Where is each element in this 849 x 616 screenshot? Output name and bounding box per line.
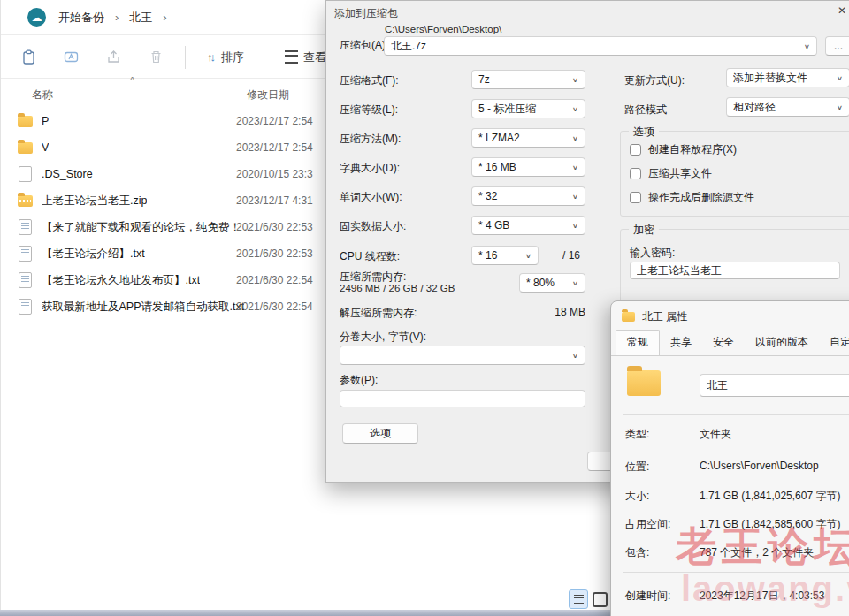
checkbox-create-sfx[interactable]: 创建自释放程序(X)	[630, 142, 737, 157]
checkbox-delete-after[interactable]: 操作完成后删除源文件	[630, 190, 754, 205]
chevron-down-icon: ∨	[572, 134, 578, 141]
divider	[623, 414, 849, 415]
file-date: 2021/6/30 22:53	[236, 221, 313, 233]
memory-percent-value: * 80%	[526, 277, 572, 289]
paste-button[interactable]	[13, 44, 43, 71]
chevron-down-icon: ∨	[572, 222, 578, 229]
file-row[interactable]: 【老王论坛永久地址发布页】.txt 2021/6/30 22:54	[1, 267, 337, 293]
archive-name-value: 北王.7z	[391, 39, 804, 54]
level-combo[interactable]: 5 - 标准压缩 ∨	[471, 99, 585, 118]
solid-size-combo[interactable]: * 4 GB ∨	[471, 216, 585, 235]
view-label: 查看	[303, 49, 326, 65]
column-header-date[interactable]: 修改日期	[247, 87, 289, 103]
file-date: 2020/10/15 23:3	[236, 168, 313, 180]
file-row[interactable]: 【老王论坛介绍】.txt 2021/6/30 22:53	[1, 240, 337, 267]
onedrive-cloud-icon[interactable]: ☁	[27, 8, 46, 27]
location-label: 位置:	[625, 460, 649, 475]
chevron-right-icon: ›	[115, 11, 119, 24]
word-size-value: * 32	[478, 190, 572, 202]
file-row[interactable]: P 2023/12/17 2:54	[1, 108, 337, 134]
file-date: 2023/12/17 2:54	[236, 141, 313, 154]
share-button[interactable]	[98, 44, 128, 71]
method-combo[interactable]: * LZMA2 ∨	[471, 128, 585, 148]
sort-button[interactable]: ↑↓ 排序	[207, 49, 244, 65]
type-label: 类型:	[625, 427, 649, 442]
tab-sharing[interactable]: 共享	[660, 331, 702, 355]
update-mode-value: 添加并替换文件	[733, 71, 837, 86]
checkbox-shared-files[interactable]: 压缩共享文件	[630, 166, 712, 181]
file-row[interactable]: .DS_Store 2020/10/15 23:3	[1, 161, 337, 187]
browse-label: ...	[834, 40, 843, 52]
type-value: 文件夹	[700, 427, 731, 442]
status-bar-view-toggles	[569, 589, 608, 609]
list-view-icon	[574, 595, 584, 604]
tab-security[interactable]: 安全	[702, 331, 745, 355]
created-label: 创建时间:	[625, 589, 670, 604]
tab-customize[interactable]: 自定义	[819, 331, 849, 355]
column-header-name[interactable]: 名称	[32, 87, 53, 103]
rename-icon	[63, 49, 80, 65]
encryption-group-title: 加密	[629, 223, 659, 238]
file-list: P 2023/12/17 2:54 V 2023/12/17 2:54 .DS_…	[1, 108, 337, 320]
path-mode-combo[interactable]: 相对路径 ∨	[726, 97, 849, 117]
checkbox-icon	[630, 144, 641, 156]
archive-name-combo[interactable]: 北王.7z ∨	[384, 36, 817, 56]
chevron-down-icon: ∨	[572, 279, 578, 286]
method-value: * LZMA2	[478, 132, 572, 144]
size-value: 1.71 GB (1,841,025,607 字节)	[700, 489, 840, 504]
dictionary-combo[interactable]: * 16 MB ∨	[471, 157, 585, 177]
tab-general[interactable]: 常规	[616, 330, 660, 356]
update-mode-combo[interactable]: 添加并替换文件 ∨	[726, 68, 849, 87]
folder-name-input[interactable]	[700, 374, 849, 397]
word-size-label: 单词大小(W):	[340, 190, 402, 205]
volume-size-label: 分卷大小, 字节(V):	[340, 330, 426, 345]
folder-icon	[18, 116, 33, 127]
parameters-input[interactable]	[340, 390, 585, 407]
volume-size-combo[interactable]: ∨	[340, 346, 585, 365]
share-icon	[105, 49, 122, 65]
options-button-label: 选项	[370, 426, 391, 441]
update-mode-label: 更新方式(U):	[624, 73, 685, 88]
rename-button[interactable]	[56, 44, 86, 71]
breadcrumb-item-folder[interactable]: 北王	[129, 10, 152, 26]
parameters-label: 参数(P):	[340, 373, 378, 388]
chevron-down-icon: ∨	[525, 252, 532, 259]
file-row[interactable]: 获取最新地址及APP请发邮箱自动获取.txt 2021/6/30 22:54	[1, 293, 337, 320]
cpu-threads-combo[interactable]: * 16 ∨	[471, 246, 539, 265]
format-value: 7z	[478, 73, 572, 86]
password-input[interactable]	[630, 262, 840, 279]
cloud-glyph: ☁	[32, 11, 42, 24]
decompress-memory-value: 18 MB	[503, 306, 585, 318]
file-date: 2021/6/30 22:54	[236, 274, 313, 286]
options-button[interactable]: 选项	[342, 423, 418, 444]
text-file-icon	[19, 299, 32, 315]
tab-previous-versions[interactable]: 以前的版本	[745, 331, 819, 355]
properties-titlebar: 北王 属性	[611, 301, 849, 331]
delete-button[interactable]	[141, 44, 171, 71]
word-size-combo[interactable]: * 32 ∨	[471, 186, 585, 206]
browse-button[interactable]: ...	[825, 36, 849, 56]
column-headers: ^ 名称 修改日期	[1, 83, 326, 106]
trash-icon	[148, 49, 164, 65]
details-view-toggle[interactable]	[569, 589, 588, 609]
breadcrumb-item-backup[interactable]: 开始备份	[58, 10, 104, 26]
sort-arrows-icon: ↑↓	[207, 50, 216, 64]
format-combo[interactable]: 7z ∨	[471, 70, 585, 89]
view-button[interactable]: 查看	[285, 49, 326, 65]
cpu-threads-value: * 16	[478, 249, 525, 262]
password-label: 输入密码:	[630, 246, 675, 261]
folder-icon	[18, 142, 33, 154]
chevron-down-icon: ∨	[572, 352, 578, 359]
file-row[interactable]: 【来了就能下载和观看的论坛，纯免费！ ... 2021/6/30 22:53	[1, 214, 337, 240]
file-row[interactable]: 上老王论坛当老王.zip 2023/12/17 4:31	[1, 187, 337, 214]
view-icon	[285, 50, 298, 64]
text-file-icon	[19, 219, 32, 235]
thumbnail-view-toggle[interactable]	[593, 592, 608, 607]
text-file-icon	[19, 246, 32, 262]
memory-percent-combo[interactable]: * 80% ∨	[519, 273, 585, 293]
file-name: 【来了就能下载和观看的论坛，纯免费！ ...	[42, 220, 253, 235]
file-row[interactable]: V 2023/12/17 2:54	[1, 134, 337, 161]
folder-icon-large	[627, 370, 661, 396]
created-value: 2023年12月17日，4:03:53	[700, 589, 824, 604]
close-icon[interactable]: ✕	[838, 4, 846, 17]
